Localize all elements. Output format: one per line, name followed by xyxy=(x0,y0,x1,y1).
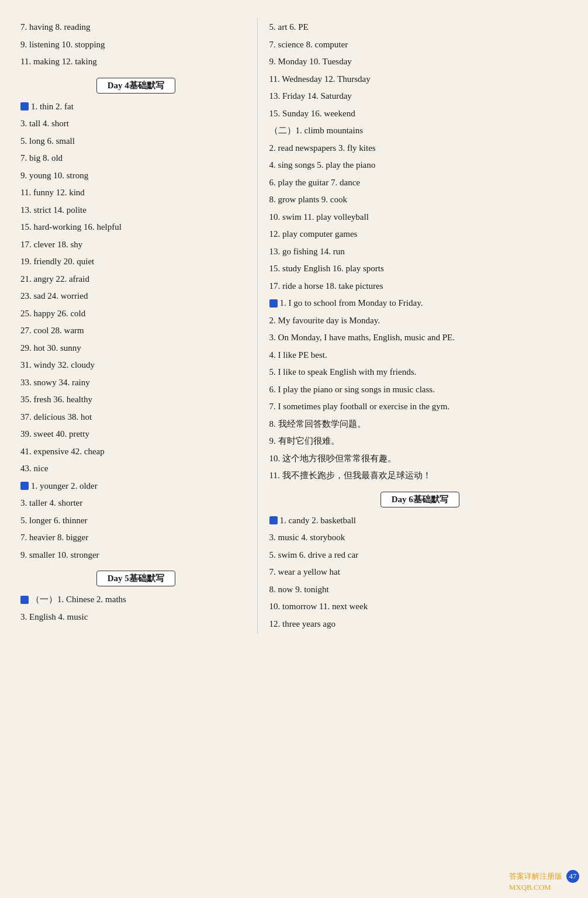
day4-s1-item-14: 29. hot 30. sunny xyxy=(20,341,251,356)
day5-s2-header: （二）1. climb mountains xyxy=(269,123,570,139)
blue-square-icon xyxy=(20,596,29,604)
day4-s2-item-0: 1. younger 2. older xyxy=(20,479,251,494)
day5-sentences: 1. I go to school from Monday to Friday.… xyxy=(269,296,570,483)
day5-cont-0: 5. art 6. PE xyxy=(269,20,570,35)
day4-s1-item-13: 27. cool 28. warm xyxy=(20,323,251,339)
day4-s1-item-9: 19. friendly 20. quiet xyxy=(20,254,251,270)
day6-s1-item-6: 12. three years ago xyxy=(269,617,570,632)
day5-section2: （二）1. climb mountains 2. read newspapers… xyxy=(269,123,570,293)
day6-title: Day 6基础默写 xyxy=(381,492,459,507)
day4-s2-item-1: 3. taller 4. shorter xyxy=(20,496,251,511)
day4-s1-item-21: 43. nice xyxy=(20,461,251,476)
day4-s1-item-12: 25. happy 26. cold xyxy=(20,306,251,322)
blue-square-icon xyxy=(269,299,278,308)
day5-s2-item-8: 17. ride a horse 18. take pictures xyxy=(269,279,570,294)
day4-s1-item-6: 13. strict 14. polite xyxy=(20,203,251,218)
day6-s1-item-2: 5. swim 6. drive a red car xyxy=(269,548,570,563)
day6-s1-item-4: 8. now 9. tonight xyxy=(269,582,570,597)
blue-square-icon xyxy=(269,516,278,524)
day5-cont-4: 13. Friday 14. Saturday xyxy=(269,89,570,104)
day5-sent-2: 3. On Monday, I have maths, English, mus… xyxy=(269,330,570,346)
right-column: 5. art 6. PE 7. science 8. computer 9. M… xyxy=(257,18,576,634)
day5-cont: 5. art 6. PE 7. science 8. computer 9. M… xyxy=(269,20,570,121)
day4-s1-item-16: 33. snowy 34. rainy xyxy=(20,375,251,391)
day5-s1-item-0: （一）1. Chinese 2. maths xyxy=(20,592,251,607)
day4-s1-item-5: 11. funny 12. kind xyxy=(20,185,251,201)
day4-s1-item-19: 39. sweet 40. pretty xyxy=(20,427,251,442)
page-number: 47 xyxy=(566,870,579,883)
day4-s1-item-1: 3. tall 4. short xyxy=(20,116,251,132)
day4-s2-item-3: 7. heavier 8. bigger xyxy=(20,530,251,545)
left-column: 7. having 8. reading 9. listening 10. st… xyxy=(12,18,257,634)
day5-cont-1: 7. science 8. computer xyxy=(269,37,570,53)
day4-section2: 1. younger 2. older 3. taller 4. shorter… xyxy=(20,479,251,563)
day4-s1-item-11: 23. sad 24. worried xyxy=(20,289,251,304)
day5-s1-item-1: 3. English 4. music xyxy=(20,610,251,625)
bottom-bar: 答案详解注册版 47 MXQB.COM xyxy=(509,870,579,892)
day5-cont-3: 11. Wednesday 12. Thursday xyxy=(269,72,570,87)
day4-s1-item-18: 37. delicious 38. hot xyxy=(20,410,251,425)
day5-sent-4: 5. I like to speak English with my frien… xyxy=(269,365,570,380)
blue-square-icon xyxy=(20,482,29,490)
intro-line-2: 9. listening 10. stopping xyxy=(20,37,251,53)
day5-s2-item-1: 4. sing songs 5. play the piano xyxy=(269,158,570,173)
day4-s2-item-2: 5. longer 6. thinner xyxy=(20,513,251,529)
day5-sent-10: 11. 我不擅长跑步，但我最喜欢足球运动！ xyxy=(269,468,570,483)
day4-s1-item-2: 5. long 6. small xyxy=(20,134,251,149)
day6-s1-item-5: 10. tomorrow 11. next week xyxy=(269,599,570,614)
day4-s1-item-0: 1. thin 2. fat xyxy=(20,99,251,115)
day5-s2-item-3: 8. grow plants 9. cook xyxy=(269,192,570,208)
day5-s2-item-4: 10. swim 11. play volleyball xyxy=(269,210,570,225)
day5-s2-item-6: 13. go fishing 14. run xyxy=(269,244,570,260)
day5-sent-0: 1. I go to school from Monday to Friday. xyxy=(269,296,570,311)
day4-s1-item-15: 31. windy 32. cloudy xyxy=(20,358,251,373)
intro-line-3: 11. making 12. taking xyxy=(20,54,251,70)
day4-s1-item-8: 17. clever 18. shy xyxy=(20,237,251,253)
blue-square-icon xyxy=(20,102,29,110)
day5-s2-item-0: 2. read newspapers 3. fly kites xyxy=(269,141,570,156)
intro-lines: 7. having 8. reading 9. listening 10. st… xyxy=(20,20,251,70)
day5-s2-item-2: 6. play the guitar 7. dance xyxy=(269,175,570,191)
day4-s1-item-17: 35. fresh 36. healthy xyxy=(20,392,251,407)
watermark-text: 答案详解注册版 xyxy=(509,872,562,880)
day5-sent-8: 9. 有时它们很难。 xyxy=(269,434,570,449)
day6-section1: 1. candy 2. basketball 3. music 4. story… xyxy=(269,513,570,632)
site-text: MXQB.COM xyxy=(509,883,551,892)
day4-s1-item-4: 9. young 10. strong xyxy=(20,168,251,184)
day5-sent-9: 10. 这个地方很吵但常常很有趣。 xyxy=(269,451,570,467)
day4-s1-item-10: 21. angry 22. afraid xyxy=(20,272,251,287)
day4-header: Day 4基础默写 xyxy=(20,78,251,94)
day4-title: Day 4基础默写 xyxy=(96,78,175,94)
day6-s1-item-0: 1. candy 2. basketball xyxy=(269,513,570,529)
day5-cont-5: 15. Sunday 16. weekend xyxy=(269,106,570,122)
day5-s2-item-5: 12. play computer games xyxy=(269,227,570,242)
day4-section1: 1. thin 2. fat 3. tall 4. short 5. long … xyxy=(20,99,251,476)
day5-sent-1: 2. My favourite day is Monday. xyxy=(269,313,570,329)
day5-s2-item-7: 15. study English 16. play sports xyxy=(269,261,570,277)
day4-s2-item-4: 9. smaller 10. stronger xyxy=(20,548,251,563)
day5-header: Day 5基础默写 xyxy=(20,571,251,586)
day4-s1-item-20: 41. expensive 42. cheap xyxy=(20,444,251,460)
day6-s1-item-1: 3. music 4. storybook xyxy=(269,530,570,545)
day4-s1-item-3: 7. big 8. old xyxy=(20,151,251,166)
day6-s1-item-3: 7. wear a yellow hat xyxy=(269,565,570,580)
day5-sent-5: 6. I play the piano or sing songs in mus… xyxy=(269,382,570,398)
day5-sent-6: 7. I sometimes play football or exercise… xyxy=(269,399,570,415)
day5-title: Day 5基础默写 xyxy=(96,571,175,586)
intro-line-1: 7. having 8. reading xyxy=(20,20,251,35)
day6-header: Day 6基础默写 xyxy=(269,492,570,507)
day5-section1-left: （一）1. Chinese 2. maths 3. English 4. mus… xyxy=(20,592,251,624)
day5-cont-2: 9. Monday 10. Tuesday xyxy=(269,54,570,70)
day5-sent-7: 8. 我经常回答数学问题。 xyxy=(269,417,570,432)
day5-sent-3: 4. I like PE best. xyxy=(269,348,570,363)
day4-s1-item-7: 15. hard-working 16. helpful xyxy=(20,220,251,235)
